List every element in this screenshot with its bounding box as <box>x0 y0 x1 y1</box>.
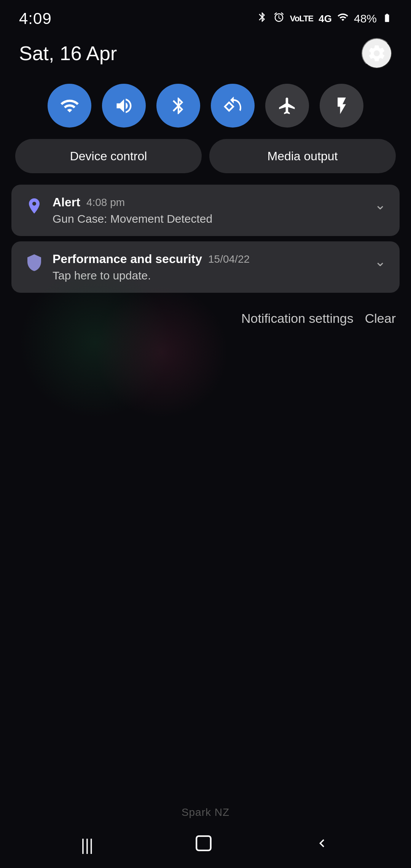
notifications-area: Alert 4:08 pm Gun Case: Movement Detecte… <box>0 185 411 293</box>
rotation-toggle[interactable] <box>211 84 255 128</box>
battery-icon <box>382 12 392 26</box>
security-time: 15/04/22 <box>208 253 250 265</box>
security-body: Tap here to update. <box>53 269 374 282</box>
security-app-name: Performance and security <box>53 252 202 266</box>
bluetooth-status-icon <box>256 11 268 26</box>
notification-alert[interactable]: Alert 4:08 pm Gun Case: Movement Detecte… <box>11 185 400 236</box>
location-pin-icon <box>25 197 43 215</box>
back-arrow-icon <box>314 835 330 851</box>
action-buttons: Device control Media output <box>0 135 411 185</box>
gear-icon <box>367 43 387 63</box>
alert-text-content: Alert 4:08 pm Gun Case: Movement Detecte… <box>53 195 374 225</box>
settings-button[interactable] <box>362 38 392 69</box>
alert-title-row: Alert 4:08 pm <box>53 195 374 209</box>
bluetooth-icon <box>169 96 188 116</box>
notification-security-content: Performance and security 15/04/22 Tap he… <box>25 252 374 282</box>
flashlight-toggle[interactable] <box>320 84 363 128</box>
device-control-button[interactable]: Device control <box>15 139 202 173</box>
svg-rect-0 <box>197 836 211 850</box>
clear-notifications-button[interactable]: Clear <box>365 307 396 330</box>
notification-actions: Notification settings Clear <box>0 298 411 333</box>
alert-expand-icon[interactable]: ⌄ <box>374 197 386 213</box>
carrier-label: Spark NZ <box>182 806 229 819</box>
status-time: 4:09 <box>19 10 52 28</box>
media-output-button[interactable]: Media output <box>209 139 396 173</box>
home-square-icon <box>194 834 213 853</box>
security-expand-icon[interactable]: ⌄ <box>374 254 386 270</box>
bluetooth-toggle[interactable] <box>156 84 200 128</box>
status-icons: VoLTE 4G 48% <box>256 11 392 26</box>
date-row: Sat, 16 Apr <box>0 30 411 80</box>
recent-apps-button[interactable]: ||| <box>70 832 105 858</box>
airplane-toggle[interactable] <box>265 84 309 128</box>
back-button[interactable] <box>303 831 341 859</box>
volume-icon <box>114 96 134 116</box>
alert-body: Gun Case: Movement Detected <box>53 212 374 225</box>
navigation-bar: ||| <box>0 822 411 868</box>
rotation-icon <box>223 96 243 116</box>
notification-settings-button[interactable]: Notification settings <box>241 307 354 330</box>
quick-toggles <box>0 80 411 135</box>
sound-toggle[interactable] <box>102 84 146 128</box>
security-text-content: Performance and security 15/04/22 Tap he… <box>53 252 374 282</box>
4g-status-icon: 4G <box>319 13 332 25</box>
status-bar: 4:09 VoLTE 4G 48% <box>0 0 411 30</box>
alarm-status-icon <box>273 11 285 26</box>
date-display: Sat, 16 Apr <box>19 42 117 65</box>
notification-alert-content: Alert 4:08 pm Gun Case: Movement Detecte… <box>25 195 374 225</box>
notification-security[interactable]: Performance and security 15/04/22 Tap he… <box>11 241 400 293</box>
wifi-icon <box>60 96 80 116</box>
shield-icon <box>25 254 43 272</box>
alert-app-name: Alert <box>53 195 80 209</box>
volte-status-icon: VoLTE <box>290 14 313 24</box>
security-title-row: Performance and security 15/04/22 <box>53 252 374 266</box>
wifi-toggle[interactable] <box>48 84 91 128</box>
home-button[interactable] <box>183 830 225 860</box>
signal-status-icon <box>337 11 349 26</box>
airplane-icon <box>277 96 297 116</box>
flashlight-icon <box>332 96 352 116</box>
battery-percentage: 48% <box>354 12 377 25</box>
alert-time: 4:08 pm <box>86 196 125 209</box>
